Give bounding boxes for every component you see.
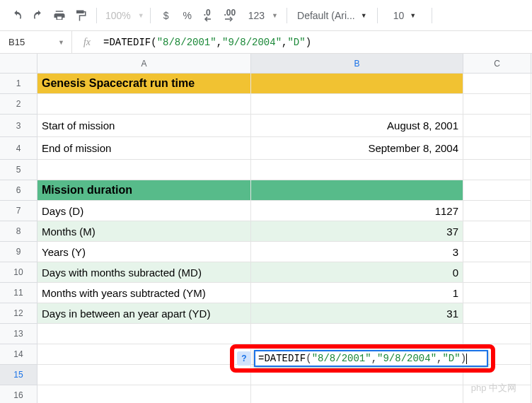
cell-B16[interactable]: [251, 385, 463, 403]
cell-C2[interactable]: [463, 94, 531, 115]
cell-C4[interactable]: [463, 137, 531, 160]
row-header[interactable]: 16: [0, 385, 37, 403]
row-3: 3 Start of mission August 8, 2001: [0, 115, 532, 137]
chevron-down-icon: ▼: [58, 39, 64, 46]
select-all-corner[interactable]: [0, 54, 37, 74]
row-header[interactable]: 6: [0, 180, 37, 201]
undo-button[interactable]: [7, 6, 27, 25]
toolbar: 100% ▼ $ % .0 .00 123 ▼ Default (Ari... …: [0, 0, 532, 31]
cell-A3[interactable]: Start of mission: [37, 115, 251, 137]
row-7: 7 Days (D) 1127: [0, 201, 532, 221]
cell-C10[interactable]: [463, 262, 531, 283]
row-9: 9 Years (Y) 3: [0, 242, 532, 262]
cell-B7[interactable]: 1127: [251, 201, 463, 221]
decrease-decimal-button[interactable]: .0: [199, 6, 219, 25]
cell-B2[interactable]: [251, 94, 463, 115]
cell-B10[interactable]: 0: [251, 262, 463, 283]
row-header[interactable]: 5: [0, 160, 37, 180]
row-header[interactable]: 11: [0, 283, 37, 303]
row-header[interactable]: 14: [0, 344, 37, 365]
cell-A15[interactable]: [37, 365, 251, 385]
row-4: 4 End of mission September 8, 2004: [0, 137, 532, 160]
cell-C5[interactable]: [463, 160, 531, 180]
row-header[interactable]: 3: [0, 115, 37, 137]
row-12: 12 Days in between an year apart (YD) 31: [0, 303, 532, 324]
row-header[interactable]: 9: [0, 242, 37, 262]
number-format-dropdown[interactable]: 123 ▼: [241, 6, 281, 25]
print-button[interactable]: [50, 6, 69, 25]
cell-A2[interactable]: [37, 94, 251, 115]
cell-B4[interactable]: September 8, 2004: [251, 137, 463, 160]
cell-A4[interactable]: End of mission: [37, 137, 251, 160]
cell-C12[interactable]: [463, 303, 531, 324]
cell-C6[interactable]: [463, 180, 531, 201]
column-header-C[interactable]: C: [463, 54, 531, 73]
cell-A6[interactable]: Mission duration: [37, 180, 251, 201]
cell-A13[interactable]: [37, 324, 251, 344]
cell-A16[interactable]: [37, 385, 251, 403]
cell-C1[interactable]: [463, 74, 531, 94]
row-header[interactable]: 2: [0, 94, 37, 115]
formula-input[interactable]: =DATEDIF("8/8/2001","9/8/2004","D"): [102, 37, 532, 48]
cell-A9[interactable]: Years (Y): [37, 242, 251, 262]
cell-B1[interactable]: [251, 74, 463, 94]
row-8: 8 Months (M) 37: [0, 221, 532, 242]
separator: [287, 8, 287, 23]
cell-B12[interactable]: 31: [251, 303, 463, 324]
cell-B9[interactable]: 3: [251, 242, 463, 262]
cell-A10[interactable]: Days with months subracted (MD): [37, 262, 251, 283]
column-header-A[interactable]: A: [37, 54, 251, 73]
increase-decimal-button[interactable]: .00: [220, 6, 240, 25]
separator: [432, 8, 432, 23]
row-header[interactable]: 4: [0, 137, 37, 160]
cell-A14[interactable]: [37, 344, 251, 365]
separator: [377, 8, 378, 23]
row-header[interactable]: 12: [0, 303, 37, 324]
cell-A12[interactable]: Days in between an year apart (YD): [37, 303, 251, 324]
font-size-dropdown[interactable]: 10 ▼: [383, 10, 427, 21]
chevron-down-icon: ▼: [361, 12, 367, 19]
redo-button[interactable]: [28, 6, 48, 25]
column-header-B[interactable]: B: [251, 54, 463, 73]
cell-C9[interactable]: [463, 242, 531, 262]
font-family-dropdown[interactable]: Default (Ari... ▼: [293, 10, 371, 21]
cell-B11[interactable]: 1: [251, 283, 463, 303]
cell-A8[interactable]: Months (M): [37, 221, 251, 242]
cell-editor-input[interactable]: =DATEDIF("8/8/2001","9/8/2004","D"): [254, 350, 488, 367]
cell-A5[interactable]: [37, 160, 251, 180]
name-box-value: B15: [8, 37, 25, 47]
cell-B8[interactable]: 37: [251, 221, 463, 242]
row-5: 5: [0, 160, 532, 180]
cell-C3[interactable]: [463, 115, 531, 137]
row-16: 16: [0, 385, 532, 403]
row-header[interactable]: 13: [0, 324, 37, 344]
cell-A11[interactable]: Months with years subtracted (YM): [37, 283, 251, 303]
cell-C11[interactable]: [463, 283, 531, 303]
row-header[interactable]: 7: [0, 201, 37, 221]
name-box[interactable]: B15 ▼: [0, 31, 72, 53]
cell-B6[interactable]: [251, 180, 463, 201]
paint-format-button[interactable]: [71, 6, 91, 25]
cell-C8[interactable]: [463, 221, 531, 242]
chevron-down-icon: ▼: [138, 12, 144, 19]
row-6: 6 Mission duration: [0, 180, 532, 201]
zoom-dropdown[interactable]: 100% ▼: [103, 10, 144, 21]
row-header[interactable]: 10: [0, 262, 37, 283]
row-1: 1 Genesis Spacecraft run time: [0, 74, 532, 94]
formula-help-button[interactable]: ?: [237, 351, 251, 366]
cell-A7[interactable]: Days (D): [37, 201, 251, 221]
format-currency-button[interactable]: $: [156, 6, 176, 25]
cell-B5[interactable]: [251, 160, 463, 180]
cell-B3[interactable]: August 8, 2001: [251, 115, 463, 137]
row-header[interactable]: 8: [0, 221, 37, 242]
format-percent-button[interactable]: %: [178, 6, 197, 25]
row-header[interactable]: 15: [0, 365, 37, 385]
row-13: 13: [0, 324, 532, 344]
row-11: 11 Months with years subtracted (YM) 1: [0, 283, 532, 303]
cell-B13[interactable]: [251, 324, 463, 344]
row-header[interactable]: 1: [0, 74, 37, 94]
cell-A1[interactable]: Genesis Spacecraft run time: [37, 74, 251, 94]
row-10: 10 Days with months subracted (MD) 0: [0, 262, 532, 283]
cell-C7[interactable]: [463, 201, 531, 221]
cell-C13[interactable]: [463, 324, 531, 344]
